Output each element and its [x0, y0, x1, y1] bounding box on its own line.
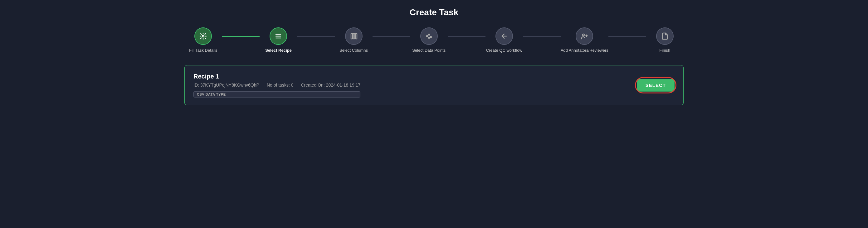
- step-label-create-qc-workflow: Create QC workflow: [486, 48, 522, 53]
- step-label-select-columns: Select Columns: [339, 48, 368, 53]
- connector-3: [373, 36, 410, 37]
- page-title: Create Task: [410, 7, 459, 17]
- connector-4: [448, 36, 486, 37]
- step-circle-create-qc-workflow: [495, 28, 513, 45]
- svg-point-9: [430, 36, 432, 38]
- step-finish[interactable]: Finish: [646, 28, 684, 53]
- svg-point-8: [428, 34, 430, 35]
- connector-1: [222, 36, 260, 37]
- connector-2: [297, 36, 335, 37]
- svg-point-7: [427, 36, 428, 37]
- step-circle-select-data-points: [420, 28, 438, 45]
- step-circle-fill-task-details: [194, 28, 212, 45]
- step-circle-select-columns: [345, 28, 363, 45]
- step-select-columns[interactable]: Select Columns: [335, 28, 373, 53]
- svg-point-10: [428, 37, 430, 38]
- recipe-meta: ID: 37KYTgUPejNY8KGwnv6QhP No of tasks: …: [193, 82, 360, 87]
- svg-rect-4: [351, 33, 352, 39]
- step-create-qc-workflow[interactable]: Create QC workflow: [486, 28, 523, 53]
- recipe-info: Recipe 1 ID: 37KYTgUPejNY8KGwnv6QhP No o…: [193, 73, 360, 98]
- svg-rect-5: [353, 33, 355, 39]
- select-recipe-button[interactable]: SELECT: [637, 79, 675, 91]
- step-circle-add-annotators: [576, 28, 593, 45]
- svg-rect-6: [355, 33, 357, 39]
- svg-point-0: [202, 35, 204, 37]
- step-fill-task-details[interactable]: Fill Task Details: [184, 28, 222, 53]
- step-add-annotators[interactable]: Add Annotators/Reviewers: [561, 28, 609, 53]
- step-select-recipe[interactable]: Select Recipe: [259, 28, 297, 53]
- recipe-created: Created On: 2024-01-18 19:17: [301, 82, 360, 87]
- step-select-data-points[interactable]: Select Data Points: [410, 28, 448, 53]
- stepper: Fill Task Details Select Recipe Select C…: [184, 28, 684, 53]
- select-button-wrapper: SELECT: [637, 79, 675, 91]
- step-label-fill-task-details: Fill Task Details: [189, 48, 217, 53]
- recipe-name: Recipe 1: [193, 73, 360, 80]
- svg-point-11: [583, 34, 584, 36]
- recipe-tasks: No of tasks: 0: [267, 82, 293, 87]
- recipe-card: Recipe 1 ID: 37KYTgUPejNY8KGwnv6QhP No o…: [184, 65, 684, 105]
- step-label-finish: Finish: [659, 48, 670, 53]
- connector-5: [523, 36, 561, 37]
- step-circle-finish: [656, 28, 674, 45]
- step-circle-select-recipe: [270, 28, 287, 45]
- connector-6: [609, 36, 646, 37]
- recipe-data-type-badge: CSV DATA TYPE: [193, 91, 360, 98]
- recipe-id: ID: 37KYTgUPejNY8KGwnv6QhP: [193, 82, 259, 87]
- step-label-select-recipe: Select Recipe: [265, 48, 292, 53]
- step-label-select-data-points: Select Data Points: [412, 48, 445, 53]
- step-label-add-annotators: Add Annotators/Reviewers: [561, 48, 609, 53]
